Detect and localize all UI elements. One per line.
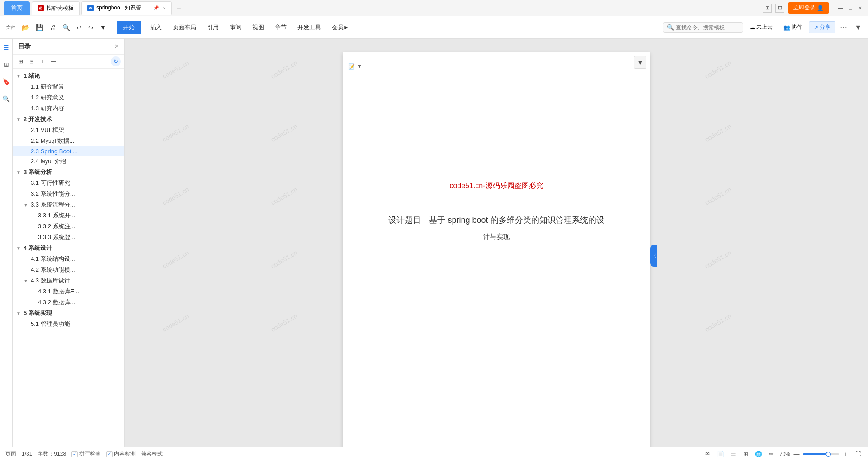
sidebar-add-btn[interactable]: + xyxy=(38,57,47,66)
start-tab-btn[interactable]: 开始 xyxy=(117,21,141,34)
maximize-button[interactable]: □ xyxy=(846,4,854,12)
tab-review[interactable]: 审阅 xyxy=(224,21,247,34)
toc-item[interactable]: 4.3.1 数据库E... xyxy=(13,286,124,297)
toc-item[interactable]: 2.4 layui 介绍 xyxy=(13,156,124,167)
view-list-btn[interactable]: ☰ xyxy=(729,450,738,459)
sidebar-expand-all-btn[interactable]: ⊞ xyxy=(16,57,25,66)
toc-item[interactable]: ▼3.3 系统流程分... xyxy=(13,199,124,210)
view-doc-btn[interactable]: 📄 xyxy=(716,450,725,459)
sidebar-settings-btn[interactable]: — xyxy=(49,57,58,66)
tab-reference[interactable]: 引用 xyxy=(202,21,224,34)
layout-split-btn[interactable]: ⊞ xyxy=(763,4,772,13)
nav-icon-btn[interactable]: ⊞ xyxy=(1,60,11,70)
search-icon-btn[interactable]: 🔍 xyxy=(1,94,11,104)
tab-close-icon[interactable]: × xyxy=(163,5,166,11)
toolbar-undo-btn[interactable]: ↩ xyxy=(74,22,85,33)
toc-item-label: 4.3 数据库设计 xyxy=(31,277,70,285)
doc-edit-icon[interactable]: 📝 ▼ xyxy=(348,63,362,70)
toc-item[interactable]: ▼4.3 数据库设计 xyxy=(13,275,124,286)
toc-icon-btn[interactable]: ☰ xyxy=(1,42,11,52)
tab-pagelayout[interactable]: 页面布局 xyxy=(167,21,202,34)
toc-item[interactable]: ▼5 系统实现 xyxy=(13,308,124,319)
toc-item-label: 4 系统设计 xyxy=(24,244,52,252)
toc-item[interactable]: 3.2 系统性能分... xyxy=(13,188,124,199)
sidebar-collapse-all-btn[interactable]: ⊟ xyxy=(27,57,36,66)
zoom-slider[interactable] xyxy=(803,453,839,455)
toolbar-right-buttons: ☁ 未上云 👥 协作 ↗ 分享 ⋯ ▼ xyxy=(745,21,864,33)
toolbar-more-btn[interactable]: ▼ xyxy=(97,22,109,33)
toc-item-label: 2.1 VUE框架 xyxy=(31,126,64,134)
toolbar-save-btn[interactable]: 💾 xyxy=(33,22,46,33)
zoom-minus-btn[interactable]: — xyxy=(792,450,801,459)
sidebar-content: ▼1 绪论1.1 研究背景1.2 研究意义1.3 研究内容▼2 开发技术2.1 … xyxy=(13,69,124,447)
zoom-plus-btn[interactable]: + xyxy=(841,450,850,459)
fullscreen-btn[interactable]: ⛶ xyxy=(854,450,863,459)
toolbar-redo-btn[interactable]: ↪ xyxy=(85,22,96,33)
toolbar-preview-btn[interactable]: 🔍 xyxy=(60,22,73,33)
toc-item[interactable]: 3.3.3 系统登... xyxy=(13,232,124,243)
tab-home[interactable]: 首页 xyxy=(4,1,30,15)
toc-item[interactable]: 2.1 VUE框架 xyxy=(13,125,124,136)
toc-item[interactable]: 1.1 研究背景 xyxy=(13,81,124,92)
filter-btn[interactable]: ▼ xyxy=(634,56,646,69)
search-input[interactable] xyxy=(676,24,739,31)
right-panel-toggle-btn[interactable]: 〈 xyxy=(650,245,657,267)
toc-item[interactable]: 4.3.2 数据库... xyxy=(13,297,124,308)
toc-item-label: 1.1 研究背景 xyxy=(31,83,64,91)
toc-item[interactable]: 4.1 系统结构设... xyxy=(13,254,124,264)
view-globe-btn[interactable]: 🌐 xyxy=(754,450,763,459)
toc-item[interactable]: 3.1 可行性研究 xyxy=(13,178,124,188)
spell-check-toggle[interactable]: ✓ 拼写检查 xyxy=(71,450,101,458)
toc-item[interactable]: 3.3.2 系统注... xyxy=(13,221,124,232)
file-menu-btn[interactable]: 文件 xyxy=(4,23,18,33)
close-button[interactable]: × xyxy=(856,4,864,12)
more-options-btn[interactable]: ⋯ xyxy=(837,21,850,33)
toc-item-label: 3 系统分析 xyxy=(24,168,52,176)
search-box[interactable]: 🔍 xyxy=(663,22,743,33)
expand-btn[interactable]: ▼ xyxy=(852,22,864,33)
toolbar-tabs: 插入 页面布局 引用 审阅 视图 章节 开发工具 会员► xyxy=(145,21,355,34)
content-check-toggle[interactable]: ✓ 内容检测 xyxy=(106,450,136,458)
toc-item-label: 2 开发技术 xyxy=(24,115,52,123)
toc-item[interactable]: 1.3 研究内容 xyxy=(13,103,124,114)
toc-item[interactable]: ▼2 开发技术 xyxy=(13,114,124,125)
login-button[interactable]: 立即登录 👤 xyxy=(788,2,829,14)
page-info: 页面：1/31 xyxy=(5,450,32,458)
toc-item-label: 4.1 系统结构设... xyxy=(31,255,75,263)
bookmark-icon-btn[interactable]: 🔖 xyxy=(1,77,11,87)
tab-devtools[interactable]: 开发工具 xyxy=(292,21,326,34)
toc-item[interactable]: ▼3 系统分析 xyxy=(13,167,124,178)
doc-title-line2: 计与实现 xyxy=(370,230,623,243)
collab-btn[interactable]: 👥 协作 xyxy=(779,22,807,33)
tab-right-controls: ⊞ ⊟ 立即登录 👤 — □ × xyxy=(763,2,864,14)
toc-item[interactable]: 4.2 系统功能模... xyxy=(13,264,124,275)
tab-template[interactable]: 稻 找稻壳模板 xyxy=(32,1,80,15)
sidebar-refresh-btn[interactable]: ↻ xyxy=(111,56,121,66)
toc-item[interactable]: 3.3.1 系统开... xyxy=(13,210,124,221)
toc-item-label: 1 绪论 xyxy=(24,72,40,80)
tab-insert[interactable]: 插入 xyxy=(145,21,167,34)
sidebar-close-btn[interactable]: × xyxy=(115,42,119,51)
layout-grid-btn[interactable]: ⊟ xyxy=(775,4,784,13)
tab-add-button[interactable]: + xyxy=(174,3,184,14)
tab-doc[interactable]: W springboo...知识管理系统-论文 📌 × xyxy=(81,1,172,15)
tab-doc-label: springboo...知识管理系统-论文 xyxy=(96,4,151,12)
toc-item[interactable]: 2.2 Mysql 数据... xyxy=(13,136,124,146)
toc-item[interactable]: ▼4 系统设计 xyxy=(13,243,124,254)
view-edit-btn[interactable]: ✏ xyxy=(767,450,776,459)
toc-item-label: 3.3.3 系统登... xyxy=(38,233,75,241)
tab-chapter[interactable]: 章节 xyxy=(269,21,292,34)
toolbar-open-btn[interactable]: 📂 xyxy=(19,22,32,33)
tab-member[interactable]: 会员► xyxy=(326,21,355,34)
minimize-button[interactable]: — xyxy=(836,4,844,12)
toc-item[interactable]: 2.3 Spring Boot ... xyxy=(13,146,124,156)
view-eye-btn[interactable]: 👁 xyxy=(703,450,712,459)
tab-view[interactable]: 视图 xyxy=(247,21,269,34)
share-btn[interactable]: ↗ 分享 xyxy=(809,21,835,33)
toolbar-print-btn[interactable]: 🖨 xyxy=(47,22,59,33)
cloud-btn[interactable]: ☁ 未上云 xyxy=(745,22,777,33)
toc-item[interactable]: 1.2 研究意义 xyxy=(13,92,124,103)
toc-item[interactable]: 5.1 管理员功能 xyxy=(13,319,124,329)
view-split-btn[interactable]: ⊞ xyxy=(741,450,750,459)
toc-item[interactable]: ▼1 绪论 xyxy=(13,71,124,81)
